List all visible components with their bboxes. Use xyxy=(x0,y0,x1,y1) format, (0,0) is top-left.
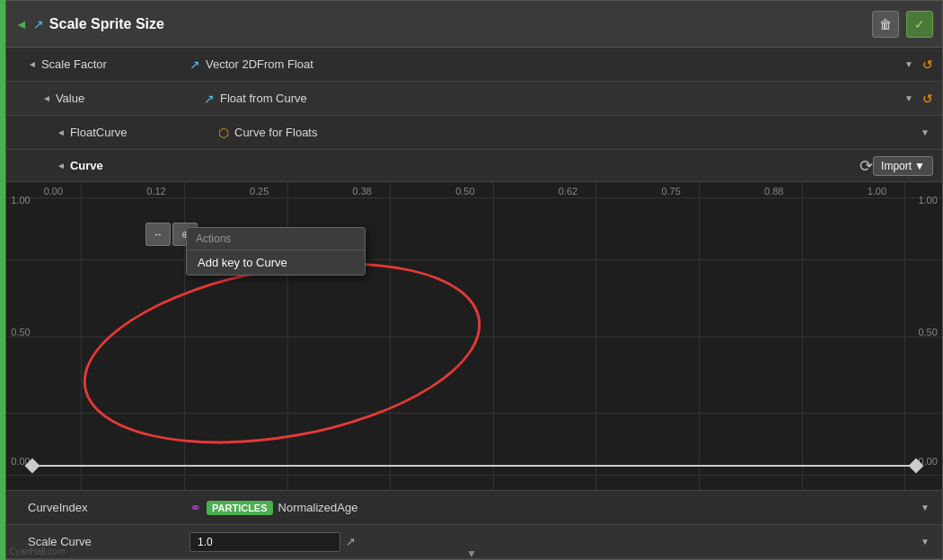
curve-tool-icon: ⟳ xyxy=(859,156,873,176)
import-dropdown-icon: ▼ xyxy=(914,160,925,172)
curve-index-text: CurveIndex xyxy=(28,501,87,514)
check-icon: ✓ xyxy=(914,17,925,31)
y-axis-label-left: 1.00 xyxy=(11,195,30,206)
import-button[interactable]: Import ▼ xyxy=(873,156,933,176)
row-collapse-icon[interactable]: ◄ xyxy=(57,127,66,137)
scale-factor-type: Vector 2DFrom Float xyxy=(206,57,313,71)
float-curve-type: Curve for Floats xyxy=(234,126,317,139)
watermark: CyanHall.com xyxy=(9,547,65,556)
scale-factor-value: ↗ Vector 2DFrom Float ▼ ↺ xyxy=(189,57,933,72)
curve-line xyxy=(32,465,916,467)
add-key-to-curve-item[interactable]: Add key to Curve xyxy=(187,250,365,275)
scale-curve-value: ↗ ▼ xyxy=(189,532,933,552)
x-axis-label: 0.25 xyxy=(250,186,269,197)
grid-line xyxy=(81,182,82,490)
curve-collapse-icon[interactable]: ◄ xyxy=(57,161,66,171)
row-collapse-icon[interactable]: ◄ xyxy=(28,59,37,69)
dropdown-icon[interactable]: ▼ xyxy=(921,503,930,512)
value-type: Float from Curve xyxy=(220,92,307,105)
confirm-button[interactable]: ✓ xyxy=(906,11,933,38)
curve-index-row: CurveIndex ⚭ PARTICLES NormalizedAge ▼ xyxy=(6,491,942,525)
scale-curve-input[interactable] xyxy=(189,532,340,552)
grid-line xyxy=(904,182,905,490)
dropdown-icon[interactable]: ▼ xyxy=(921,127,930,137)
dropdown-icon[interactable]: ▼ xyxy=(904,93,913,103)
fit-view-button[interactable]: ↔ xyxy=(145,223,171,246)
curve-section: ◄ Curve ⟳ Import ▼ xyxy=(6,150,942,490)
float-curve-row: ◄ FloatCurve ⬡ Curve for Floats ▼ xyxy=(6,116,942,150)
fit-icon: ↔ xyxy=(154,229,163,240)
x-axis-label: 0.12 xyxy=(146,186,165,197)
particles-badge: PARTICLES xyxy=(207,501,273,515)
reset-icon[interactable]: ↺ xyxy=(922,92,933,106)
main-container: ◄ ↗ Scale Sprite Size 🗑 ✓ ◄ Scale Factor… xyxy=(0,0,943,560)
x-axis-label: 0.38 xyxy=(353,186,372,197)
float-curve-text: FloatCurve xyxy=(70,126,128,139)
grid-line xyxy=(595,182,596,490)
curve-title: Curve xyxy=(70,159,103,172)
context-menu-header: Actions xyxy=(187,228,365,250)
value-value: ↗ Float from Curve ▼ ↺ xyxy=(204,92,933,106)
dropdown-icon[interactable]: ▼ xyxy=(904,59,913,69)
delete-button[interactable]: 🗑 xyxy=(872,11,899,38)
grid-line xyxy=(802,182,803,490)
value-label: ◄ Value xyxy=(42,92,204,105)
dropdown-icon[interactable]: ▼ xyxy=(921,537,930,547)
context-menu: Actions Add key to Curve xyxy=(186,227,366,276)
grid-line xyxy=(493,182,494,490)
content-panel: ◄ ↗ Scale Sprite Size 🗑 ✓ ◄ Scale Factor… xyxy=(5,0,943,560)
value-row: ◄ Value ↗ Float from Curve ▼ ↺ xyxy=(6,82,942,116)
database-icon: ⬡ xyxy=(218,126,229,140)
float-curve-value: ⬡ Curve for Floats ▼ xyxy=(218,126,933,140)
x-axis-label: 0.75 xyxy=(661,186,680,197)
x-axis-label: 0.62 xyxy=(559,186,577,197)
x-axis-label: 0.88 xyxy=(764,186,783,197)
x-axis-label: 0.00 xyxy=(44,186,63,197)
grid-line xyxy=(390,182,391,490)
import-label: Import xyxy=(881,160,912,172)
trash-icon: 🗑 xyxy=(879,17,892,31)
input-arrow-icon: ↗ xyxy=(346,535,356,548)
node-type-icon: ↗ xyxy=(33,17,44,31)
curve-label: ◄ Curve xyxy=(57,159,850,172)
value-type-icon: ↗ xyxy=(189,57,200,72)
link-icon: ⚭ xyxy=(189,499,201,516)
value-text: Value xyxy=(56,92,84,105)
y-axis-label-left: 0.50 xyxy=(11,327,30,337)
title-actions: 🗑 ✓ xyxy=(872,11,933,38)
panel-title: Scale Sprite Size xyxy=(49,16,872,32)
scale-factor-row: ◄ Scale Factor ↗ Vector 2DFrom Float ▼ ↺ xyxy=(6,48,942,82)
y-axis-label-right: 1.00 xyxy=(918,195,937,206)
reset-icon[interactable]: ↺ xyxy=(922,57,933,72)
curve-graph[interactable]: 0.00 0.12 0.25 0.38 0.50 0.62 0.75 0.88 … xyxy=(6,182,942,490)
x-axis-label: 1.00 xyxy=(868,186,886,197)
collapse-arrow-icon[interactable]: ◄ xyxy=(15,17,28,31)
float-curve-label: ◄ FloatCurve xyxy=(57,126,218,139)
x-axis-label: 0.50 xyxy=(455,186,474,197)
curve-index-value: ⚭ PARTICLES NormalizedAge ▼ xyxy=(189,499,933,516)
grid-line xyxy=(699,182,700,490)
curve-index-label: CurveIndex xyxy=(28,501,189,514)
scale-factor-label: ◄ Scale Factor xyxy=(28,57,189,71)
scale-factor-text: Scale Factor xyxy=(41,57,107,71)
normalized-age-text: NormalizedAge xyxy=(278,501,358,514)
y-axis-label-right: 0.50 xyxy=(918,327,937,337)
row-collapse-icon[interactable]: ◄ xyxy=(42,93,51,103)
scroll-down-icon[interactable]: ▼ xyxy=(466,547,477,560)
value-type-icon: ↗ xyxy=(204,92,215,106)
curve-header: ◄ Curve ⟳ Import ▼ xyxy=(6,150,942,182)
title-row: ◄ ↗ Scale Sprite Size 🗑 ✓ xyxy=(6,1,942,48)
